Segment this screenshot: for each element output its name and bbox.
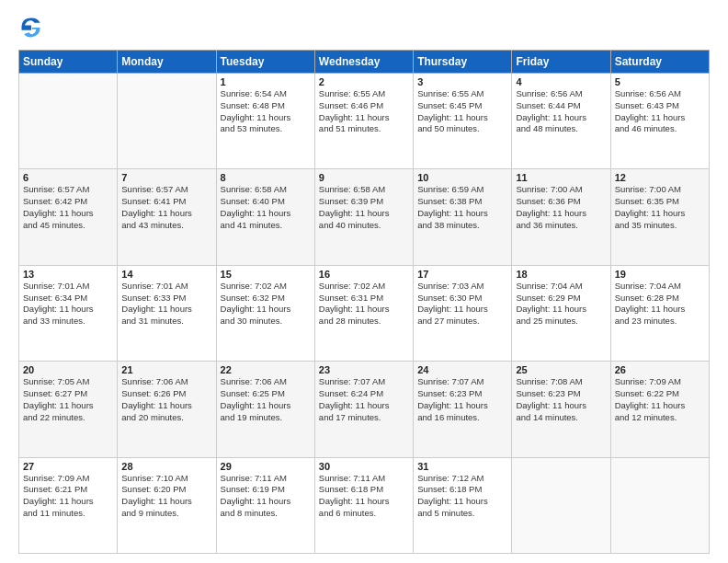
day-number: 10 bbox=[417, 172, 507, 183]
day-number: 25 bbox=[516, 364, 606, 375]
daylight-info: Daylight: 11 hours bbox=[221, 112, 311, 124]
calendar-cell: 16Sunrise: 7:02 AMSunset: 6:31 PMDayligh… bbox=[314, 265, 413, 361]
daylight-info: and 25 minutes. bbox=[516, 316, 606, 327]
daylight-info: and 28 minutes. bbox=[319, 316, 409, 327]
day-number: 20 bbox=[23, 364, 113, 375]
calendar-cell: 27Sunrise: 7:09 AMSunset: 6:21 PMDayligh… bbox=[19, 457, 118, 553]
sunrise-info: Sunrise: 6:58 AM bbox=[221, 184, 311, 196]
day-number: 30 bbox=[319, 461, 409, 472]
calendar-cell: 22Sunrise: 7:06 AMSunset: 6:25 PMDayligh… bbox=[216, 362, 314, 457]
daylight-info: and 9 minutes. bbox=[121, 508, 211, 520]
header-day-tuesday: Tuesday bbox=[216, 51, 314, 74]
header-day-thursday: Thursday bbox=[414, 51, 512, 74]
day-number: 5 bbox=[615, 76, 705, 87]
sunset-info: Sunset: 6:25 PM bbox=[221, 388, 311, 400]
daylight-info: and 17 minutes. bbox=[319, 412, 409, 424]
calendar-cell: 1Sunrise: 6:54 AMSunset: 6:48 PMDaylight… bbox=[216, 74, 314, 169]
daylight-info: and 19 minutes. bbox=[221, 412, 311, 424]
daylight-info: Daylight: 11 hours bbox=[319, 304, 409, 316]
day-number: 23 bbox=[319, 364, 409, 375]
calendar-cell: 6Sunrise: 6:57 AMSunset: 6:42 PMDaylight… bbox=[19, 169, 118, 265]
day-number: 29 bbox=[221, 461, 311, 472]
sunrise-info: Sunrise: 6:55 AM bbox=[417, 88, 507, 100]
day-number: 1 bbox=[221, 76, 311, 87]
daylight-info: Daylight: 11 hours bbox=[221, 496, 311, 508]
header bbox=[18, 15, 710, 40]
sunrise-info: Sunrise: 6:54 AM bbox=[221, 88, 311, 100]
sunset-info: Sunset: 6:23 PM bbox=[417, 388, 507, 400]
sunset-info: Sunset: 6:19 PM bbox=[221, 484, 311, 496]
sunrise-info: Sunrise: 7:06 AM bbox=[121, 376, 211, 388]
calendar-cell: 8Sunrise: 6:58 AMSunset: 6:40 PMDaylight… bbox=[216, 169, 314, 265]
daylight-info: and 12 minutes. bbox=[615, 412, 705, 424]
day-number: 18 bbox=[516, 269, 606, 280]
daylight-info: and 36 minutes. bbox=[516, 220, 606, 232]
week-row-5: 27Sunrise: 7:09 AMSunset: 6:21 PMDayligh… bbox=[19, 457, 710, 553]
calendar-cell: 24Sunrise: 7:07 AMSunset: 6:23 PMDayligh… bbox=[414, 362, 512, 457]
calendar-cell bbox=[610, 457, 709, 553]
calendar-cell: 23Sunrise: 7:07 AMSunset: 6:24 PMDayligh… bbox=[314, 362, 413, 457]
calendar-cell: 13Sunrise: 7:01 AMSunset: 6:34 PMDayligh… bbox=[19, 265, 118, 361]
day-number: 24 bbox=[417, 364, 507, 375]
sunset-info: Sunset: 6:26 PM bbox=[121, 388, 211, 400]
daylight-info: and 35 minutes. bbox=[615, 220, 705, 232]
day-number: 31 bbox=[417, 461, 507, 472]
daylight-info: and 5 minutes. bbox=[417, 508, 507, 520]
daylight-info: and 43 minutes. bbox=[121, 220, 211, 232]
daylight-info: Daylight: 11 hours bbox=[319, 496, 409, 508]
calendar-cell: 4Sunrise: 6:56 AMSunset: 6:44 PMDaylight… bbox=[512, 74, 610, 169]
header-row: SundayMondayTuesdayWednesdayThursdayFrid… bbox=[19, 51, 710, 74]
sunrise-info: Sunrise: 6:56 AM bbox=[615, 88, 705, 100]
daylight-info: Daylight: 11 hours bbox=[615, 400, 705, 412]
day-number: 19 bbox=[615, 269, 705, 280]
sunset-info: Sunset: 6:46 PM bbox=[319, 100, 409, 112]
sunset-info: Sunset: 6:32 PM bbox=[221, 293, 311, 304]
daylight-info: and 33 minutes. bbox=[23, 316, 113, 327]
daylight-info: Daylight: 11 hours bbox=[615, 208, 705, 220]
day-number: 2 bbox=[319, 76, 409, 87]
sunrise-info: Sunrise: 7:09 AM bbox=[615, 376, 705, 388]
sunrise-info: Sunrise: 7:07 AM bbox=[417, 376, 507, 388]
day-number: 9 bbox=[319, 172, 409, 183]
sunset-info: Sunset: 6:23 PM bbox=[516, 388, 606, 400]
calendar-cell: 28Sunrise: 7:10 AMSunset: 6:20 PMDayligh… bbox=[118, 457, 216, 553]
day-number: 6 bbox=[23, 172, 113, 183]
day-number: 16 bbox=[319, 269, 409, 280]
sunset-info: Sunset: 6:29 PM bbox=[516, 293, 606, 304]
sunrise-info: Sunrise: 6:56 AM bbox=[516, 88, 606, 100]
header-day-saturday: Saturday bbox=[610, 51, 709, 74]
calendar-cell: 26Sunrise: 7:09 AMSunset: 6:22 PMDayligh… bbox=[610, 362, 709, 457]
day-number: 7 bbox=[121, 172, 211, 183]
daylight-info: Daylight: 11 hours bbox=[615, 304, 705, 316]
day-number: 17 bbox=[417, 269, 507, 280]
sunset-info: Sunset: 6:36 PM bbox=[516, 196, 606, 208]
day-number: 13 bbox=[23, 269, 113, 280]
daylight-info: Daylight: 11 hours bbox=[221, 400, 311, 412]
header-day-friday: Friday bbox=[512, 51, 610, 74]
calendar-cell: 17Sunrise: 7:03 AMSunset: 6:30 PMDayligh… bbox=[414, 265, 512, 361]
sunrise-info: Sunrise: 7:01 AM bbox=[121, 281, 211, 293]
sunrise-info: Sunrise: 6:58 AM bbox=[319, 184, 409, 196]
sunrise-info: Sunrise: 7:09 AM bbox=[23, 473, 113, 485]
day-number: 4 bbox=[516, 76, 606, 87]
daylight-info: and 51 minutes. bbox=[319, 123, 409, 135]
daylight-info: and 11 minutes. bbox=[23, 508, 113, 520]
day-number: 3 bbox=[417, 76, 507, 87]
sunset-info: Sunset: 6:35 PM bbox=[615, 196, 705, 208]
daylight-info: and 14 minutes. bbox=[516, 412, 606, 424]
daylight-info: Daylight: 11 hours bbox=[23, 400, 113, 412]
calendar-cell: 10Sunrise: 6:59 AMSunset: 6:38 PMDayligh… bbox=[414, 169, 512, 265]
week-row-4: 20Sunrise: 7:05 AMSunset: 6:27 PMDayligh… bbox=[19, 362, 710, 457]
daylight-info: and 20 minutes. bbox=[121, 412, 211, 424]
week-row-2: 6Sunrise: 6:57 AMSunset: 6:42 PMDaylight… bbox=[19, 169, 710, 265]
calendar-cell: 7Sunrise: 6:57 AMSunset: 6:41 PMDaylight… bbox=[118, 169, 216, 265]
day-number: 12 bbox=[615, 172, 705, 183]
sunset-info: Sunset: 6:18 PM bbox=[417, 484, 507, 496]
calendar-cell bbox=[19, 74, 118, 169]
daylight-info: Daylight: 11 hours bbox=[221, 304, 311, 316]
daylight-info: and 16 minutes. bbox=[417, 412, 507, 424]
logo-icon bbox=[18, 15, 44, 40]
sunrise-info: Sunrise: 7:10 AM bbox=[121, 473, 211, 485]
daylight-info: and 6 minutes. bbox=[319, 508, 409, 520]
sunset-info: Sunset: 6:20 PM bbox=[121, 484, 211, 496]
